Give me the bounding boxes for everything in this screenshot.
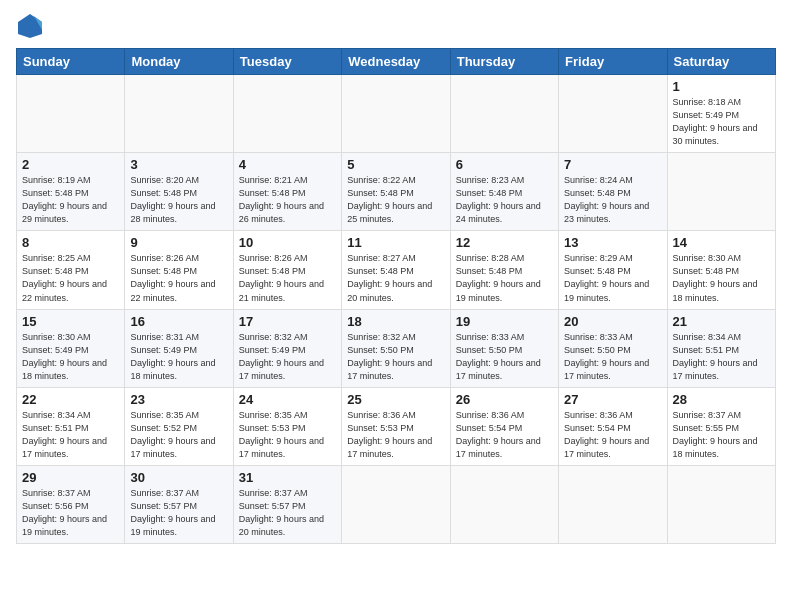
day-detail: Sunrise: 8:19 AMSunset: 5:48 PMDaylight:…	[22, 175, 107, 224]
calendar-weekday-header: Friday	[559, 49, 667, 75]
day-number: 31	[239, 470, 336, 485]
day-number: 10	[239, 235, 336, 250]
day-number: 19	[456, 314, 553, 329]
calendar-day-cell: 14Sunrise: 8:30 AMSunset: 5:48 PMDayligh…	[667, 231, 775, 309]
calendar-weekday-header: Saturday	[667, 49, 775, 75]
day-number: 21	[673, 314, 770, 329]
calendar-day-cell: 22Sunrise: 8:34 AMSunset: 5:51 PMDayligh…	[17, 387, 125, 465]
day-number: 18	[347, 314, 444, 329]
day-detail: Sunrise: 8:34 AMSunset: 5:51 PMDaylight:…	[22, 410, 107, 459]
calendar-day-cell: 31Sunrise: 8:37 AMSunset: 5:57 PMDayligh…	[233, 465, 341, 543]
day-detail: Sunrise: 8:33 AMSunset: 5:50 PMDaylight:…	[564, 332, 649, 381]
day-detail: Sunrise: 8:24 AMSunset: 5:48 PMDaylight:…	[564, 175, 649, 224]
logo-icon	[16, 12, 44, 40]
calendar-day-cell: 11Sunrise: 8:27 AMSunset: 5:48 PMDayligh…	[342, 231, 450, 309]
calendar-week-row: 1Sunrise: 8:18 AMSunset: 5:49 PMDaylight…	[17, 75, 776, 153]
calendar-day-cell	[450, 465, 558, 543]
calendar-day-cell: 13Sunrise: 8:29 AMSunset: 5:48 PMDayligh…	[559, 231, 667, 309]
svg-marker-0	[18, 14, 42, 38]
calendar-day-cell: 2Sunrise: 8:19 AMSunset: 5:48 PMDaylight…	[17, 153, 125, 231]
calendar-week-row: 22Sunrise: 8:34 AMSunset: 5:51 PMDayligh…	[17, 387, 776, 465]
day-detail: Sunrise: 8:36 AMSunset: 5:53 PMDaylight:…	[347, 410, 432, 459]
calendar-day-cell: 19Sunrise: 8:33 AMSunset: 5:50 PMDayligh…	[450, 309, 558, 387]
day-detail: Sunrise: 8:25 AMSunset: 5:48 PMDaylight:…	[22, 253, 107, 302]
calendar-day-cell: 18Sunrise: 8:32 AMSunset: 5:50 PMDayligh…	[342, 309, 450, 387]
day-number: 25	[347, 392, 444, 407]
calendar-day-cell: 7Sunrise: 8:24 AMSunset: 5:48 PMDaylight…	[559, 153, 667, 231]
calendar-day-cell: 28Sunrise: 8:37 AMSunset: 5:55 PMDayligh…	[667, 387, 775, 465]
calendar-day-cell: 24Sunrise: 8:35 AMSunset: 5:53 PMDayligh…	[233, 387, 341, 465]
day-detail: Sunrise: 8:21 AMSunset: 5:48 PMDaylight:…	[239, 175, 324, 224]
calendar-weekday-header: Tuesday	[233, 49, 341, 75]
day-detail: Sunrise: 8:32 AMSunset: 5:50 PMDaylight:…	[347, 332, 432, 381]
calendar-week-row: 2Sunrise: 8:19 AMSunset: 5:48 PMDaylight…	[17, 153, 776, 231]
day-detail: Sunrise: 8:36 AMSunset: 5:54 PMDaylight:…	[456, 410, 541, 459]
day-number: 3	[130, 157, 227, 172]
day-number: 8	[22, 235, 119, 250]
calendar-day-cell: 1Sunrise: 8:18 AMSunset: 5:49 PMDaylight…	[667, 75, 775, 153]
page: SundayMondayTuesdayWednesdayThursdayFrid…	[0, 0, 792, 612]
day-detail: Sunrise: 8:23 AMSunset: 5:48 PMDaylight:…	[456, 175, 541, 224]
day-detail: Sunrise: 8:33 AMSunset: 5:50 PMDaylight:…	[456, 332, 541, 381]
calendar-day-cell: 17Sunrise: 8:32 AMSunset: 5:49 PMDayligh…	[233, 309, 341, 387]
calendar-day-cell: 3Sunrise: 8:20 AMSunset: 5:48 PMDaylight…	[125, 153, 233, 231]
day-number: 4	[239, 157, 336, 172]
day-number: 16	[130, 314, 227, 329]
day-number: 17	[239, 314, 336, 329]
calendar-weekday-header: Wednesday	[342, 49, 450, 75]
calendar-day-cell: 27Sunrise: 8:36 AMSunset: 5:54 PMDayligh…	[559, 387, 667, 465]
calendar-week-row: 29Sunrise: 8:37 AMSunset: 5:56 PMDayligh…	[17, 465, 776, 543]
day-detail: Sunrise: 8:30 AMSunset: 5:49 PMDaylight:…	[22, 332, 107, 381]
day-detail: Sunrise: 8:29 AMSunset: 5:48 PMDaylight:…	[564, 253, 649, 302]
day-number: 23	[130, 392, 227, 407]
day-number: 28	[673, 392, 770, 407]
day-detail: Sunrise: 8:35 AMSunset: 5:53 PMDaylight:…	[239, 410, 324, 459]
calendar-week-row: 8Sunrise: 8:25 AMSunset: 5:48 PMDaylight…	[17, 231, 776, 309]
calendar-day-cell: 10Sunrise: 8:26 AMSunset: 5:48 PMDayligh…	[233, 231, 341, 309]
calendar-day-cell	[667, 465, 775, 543]
day-number: 7	[564, 157, 661, 172]
header	[16, 12, 776, 40]
calendar-day-cell	[667, 153, 775, 231]
calendar-day-cell: 15Sunrise: 8:30 AMSunset: 5:49 PMDayligh…	[17, 309, 125, 387]
calendar-empty-cell	[17, 75, 125, 153]
day-detail: Sunrise: 8:22 AMSunset: 5:48 PMDaylight:…	[347, 175, 432, 224]
day-detail: Sunrise: 8:37 AMSunset: 5:57 PMDaylight:…	[239, 488, 324, 537]
calendar-empty-cell	[233, 75, 341, 153]
day-number: 29	[22, 470, 119, 485]
day-detail: Sunrise: 8:35 AMSunset: 5:52 PMDaylight:…	[130, 410, 215, 459]
day-detail: Sunrise: 8:32 AMSunset: 5:49 PMDaylight:…	[239, 332, 324, 381]
day-detail: Sunrise: 8:37 AMSunset: 5:56 PMDaylight:…	[22, 488, 107, 537]
calendar-day-cell: 25Sunrise: 8:36 AMSunset: 5:53 PMDayligh…	[342, 387, 450, 465]
calendar-day-cell: 16Sunrise: 8:31 AMSunset: 5:49 PMDayligh…	[125, 309, 233, 387]
day-detail: Sunrise: 8:28 AMSunset: 5:48 PMDaylight:…	[456, 253, 541, 302]
calendar-day-cell: 26Sunrise: 8:36 AMSunset: 5:54 PMDayligh…	[450, 387, 558, 465]
day-detail: Sunrise: 8:34 AMSunset: 5:51 PMDaylight:…	[673, 332, 758, 381]
calendar-day-cell: 23Sunrise: 8:35 AMSunset: 5:52 PMDayligh…	[125, 387, 233, 465]
logo	[16, 12, 48, 40]
day-number: 15	[22, 314, 119, 329]
calendar-weekday-header: Sunday	[17, 49, 125, 75]
day-number: 6	[456, 157, 553, 172]
day-number: 12	[456, 235, 553, 250]
day-number: 20	[564, 314, 661, 329]
day-number: 26	[456, 392, 553, 407]
calendar-day-cell: 5Sunrise: 8:22 AMSunset: 5:48 PMDaylight…	[342, 153, 450, 231]
day-number: 14	[673, 235, 770, 250]
day-number: 2	[22, 157, 119, 172]
day-number: 9	[130, 235, 227, 250]
day-number: 27	[564, 392, 661, 407]
calendar-weekday-header: Thursday	[450, 49, 558, 75]
day-detail: Sunrise: 8:20 AMSunset: 5:48 PMDaylight:…	[130, 175, 215, 224]
calendar-header-row: SundayMondayTuesdayWednesdayThursdayFrid…	[17, 49, 776, 75]
calendar-table: SundayMondayTuesdayWednesdayThursdayFrid…	[16, 48, 776, 544]
day-number: 11	[347, 235, 444, 250]
calendar-week-row: 15Sunrise: 8:30 AMSunset: 5:49 PMDayligh…	[17, 309, 776, 387]
calendar-empty-cell	[342, 75, 450, 153]
calendar-empty-cell	[559, 75, 667, 153]
day-number: 24	[239, 392, 336, 407]
calendar-day-cell	[559, 465, 667, 543]
day-detail: Sunrise: 8:27 AMSunset: 5:48 PMDaylight:…	[347, 253, 432, 302]
calendar-day-cell: 9Sunrise: 8:26 AMSunset: 5:48 PMDaylight…	[125, 231, 233, 309]
calendar-day-cell: 4Sunrise: 8:21 AMSunset: 5:48 PMDaylight…	[233, 153, 341, 231]
